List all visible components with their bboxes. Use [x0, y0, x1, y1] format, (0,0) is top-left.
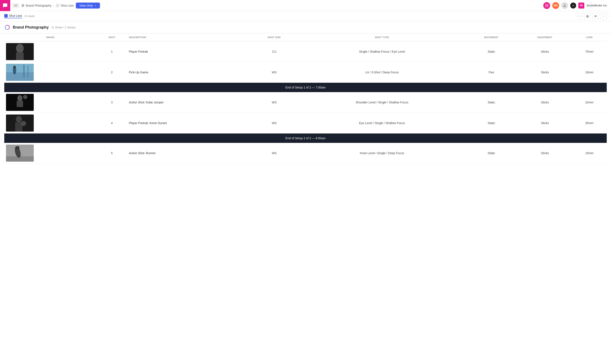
table-row: 4Player Portrait: Kevin DurantWSEye Leve…	[4, 113, 607, 133]
table-header-row: IMAGE SHOT DESCRIPTION SHOT SIZE SHOT TY…	[4, 33, 607, 41]
shot-size: CU	[250, 41, 299, 62]
col-shot: SHOT	[97, 33, 127, 41]
svg-point-18	[13, 66, 16, 68]
nav-left: v0 Brand Photography › Shot Lists	[3, 0, 541, 11]
shot-description: Action Shot: Runner	[127, 143, 250, 164]
col-description: DESCRIPTION	[127, 33, 250, 41]
shot-type: Shoulder Level / Single / Shallow Focus	[299, 92, 465, 113]
view-toggle-button[interactable]	[592, 13, 599, 19]
brand-name: Brand Photography	[26, 4, 52, 7]
shot-lens: 24mm	[572, 92, 607, 113]
shot-description: Pick-Up Game	[127, 62, 250, 83]
user-add-button[interactable]	[584, 13, 591, 19]
shot-number: 2	[97, 62, 127, 83]
tab-label: Shot Lists	[9, 14, 22, 17]
svg-rect-1	[22, 4, 23, 5]
shot-equipment: Sticks	[518, 143, 572, 164]
svg-point-22	[23, 95, 27, 99]
page-header: Brand Photography 11 Shots • 2 Setups	[0, 21, 611, 33]
svg-rect-21	[17, 101, 23, 107]
instagram-icon	[545, 4, 548, 7]
add-user-icon	[586, 14, 589, 18]
shot-lens: 75mm	[572, 41, 607, 62]
shot-equipment: Sticks	[518, 62, 572, 83]
shot-lists-tab[interactable]: Shot Lists	[4, 14, 22, 18]
shot-type: Knee Level / Single / Deep Focus	[299, 143, 465, 164]
ellipsis-icon: ···	[578, 14, 581, 18]
shot-equipment: Sticks	[518, 113, 572, 133]
svg-point-24	[16, 116, 22, 123]
svg-rect-6	[545, 4, 548, 7]
shot-description: Action Shot: Kobe Jumper	[127, 92, 250, 113]
page-title: Brand Photography	[13, 25, 49, 30]
app-icon	[0, 0, 10, 11]
setup-label: End of Setup 2 of 2 — 8:00am	[4, 133, 607, 143]
avatar-rd: RD	[552, 2, 559, 9]
sub-header-left: Shot Lists 11 shots	[4, 14, 573, 18]
shot-size: WS	[250, 113, 299, 133]
shot-lens: 18mm	[572, 62, 607, 83]
col-image: IMAGE	[4, 33, 97, 41]
page-header-icon	[4, 24, 10, 30]
shotlists-icon	[56, 4, 59, 7]
brand-icon	[21, 4, 25, 7]
col-movement: MOVEMENT	[465, 33, 518, 41]
shotlists-breadcrumb[interactable]: Shot Lists	[56, 4, 74, 7]
shot-number: 4	[97, 113, 127, 133]
shotlists-label: Shot Lists	[61, 4, 74, 7]
avatar-user	[561, 2, 568, 9]
setup-divider: End of Setup 1 of 2 — 7:00am	[4, 83, 607, 92]
svg-rect-3	[22, 6, 23, 6]
table-row: 5Action Shot: RunnerWSKnee Level / Singl…	[4, 143, 607, 164]
list-view-icon	[594, 14, 597, 18]
col-lens: LENS	[572, 33, 607, 41]
col-equipment: EQUIPMENT	[518, 33, 572, 41]
shot-movement: Static	[465, 113, 518, 133]
play-button[interactable]	[570, 2, 576, 9]
tab-icon	[4, 14, 8, 17]
chevron-down-icon	[94, 4, 97, 7]
shot-movement: Pan	[465, 62, 518, 83]
play-icon	[572, 4, 574, 7]
svg-rect-12	[16, 52, 24, 60]
svg-rect-0	[21, 4, 24, 7]
page-meta: 11 Shots • 2 Setups	[51, 26, 76, 29]
svg-point-20	[17, 95, 22, 101]
svg-point-7	[546, 5, 547, 6]
svg-rect-4	[23, 6, 24, 6]
col-shot-type: SHOT TYPE	[299, 33, 465, 41]
view-only-button[interactable]: View Only	[76, 2, 100, 9]
sub-header: Shot Lists 11 shots ···	[0, 11, 611, 21]
more-options-button[interactable]: ···	[576, 13, 582, 19]
shots-table-container: IMAGE SHOT DESCRIPTION SHOT SIZE SHOT TY…	[0, 33, 611, 164]
setup-divider: End of Setup 2 of 2 — 8:00am	[4, 133, 607, 143]
top-nav: v0 Brand Photography › Shot Lists	[0, 0, 611, 11]
shot-type: Single / Shallow Focus / Eye Level	[299, 41, 465, 62]
nav-right: RD SB StudioBinder Inc.	[543, 2, 608, 9]
shot-size: WS	[250, 143, 299, 164]
shot-equipment: Sticks	[518, 92, 572, 113]
dropdown-chevron-icon	[602, 15, 605, 17]
shot-movement: Static	[465, 143, 518, 164]
svg-point-26	[21, 121, 26, 126]
spinning-icon	[5, 25, 10, 30]
shot-equipment: Sticks	[518, 41, 572, 62]
shot-number: 1	[97, 41, 127, 62]
sub-header-right: ···	[576, 13, 607, 19]
shot-description: Player Portrait: Kevin Durant	[127, 113, 250, 133]
shot-number: 3	[97, 92, 127, 113]
studio-logo: SB	[578, 2, 584, 9]
svg-point-11	[16, 44, 24, 53]
chevron-down-button[interactable]	[600, 13, 607, 19]
shot-movement: Static	[465, 41, 518, 62]
shot-type: Eye Level / Single / Shallow Focus	[299, 113, 465, 133]
svg-rect-15	[23, 65, 25, 78]
shot-count: 11 shots	[24, 14, 35, 18]
version-badge: v0	[12, 3, 19, 8]
studio-name: StudioBinder Inc.	[586, 4, 608, 7]
shot-movement: Static	[465, 92, 518, 113]
col-shot-size: SHOT SIZE	[250, 33, 299, 41]
shots-table: IMAGE SHOT DESCRIPTION SHOT SIZE SHOT TY…	[4, 33, 607, 164]
table-row: 1Player PortraitCUSingle / Shallow Focus…	[4, 41, 607, 62]
shot-size: WS	[250, 92, 299, 113]
